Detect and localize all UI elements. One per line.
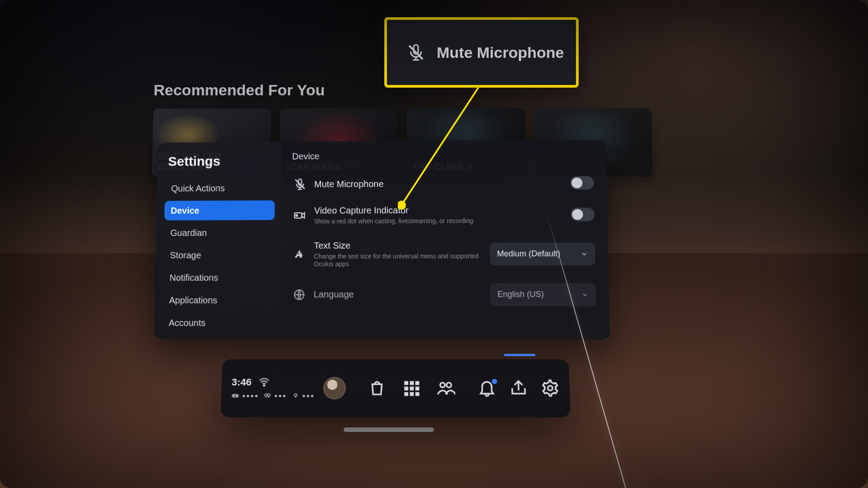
settings-title: Settings <box>168 153 273 169</box>
select-language[interactable]: English (US) <box>490 283 596 306</box>
svg-point-8 <box>236 395 237 396</box>
svg-point-1 <box>296 215 297 216</box>
sidebar-item-label: Applications <box>169 295 217 305</box>
svg-rect-15 <box>404 387 408 391</box>
svg-rect-17 <box>415 387 420 391</box>
globe-icon <box>293 288 306 301</box>
sidebar-item-storage[interactable]: Storage <box>164 245 274 265</box>
profile-avatar[interactable] <box>323 377 346 399</box>
controller-icon <box>263 392 271 400</box>
select-text-size[interactable]: Medium (Default) <box>490 242 595 265</box>
row-desc: Show a red dot when casting, livestreami… <box>314 217 481 225</box>
svg-point-21 <box>440 383 445 387</box>
sidebar-item-label: Guardian <box>170 228 207 238</box>
text-size-icon <box>293 248 306 261</box>
notification-badge <box>492 379 497 384</box>
wifi-icon <box>259 377 270 388</box>
sidebar-item-label: Device <box>170 205 199 216</box>
row-mute-microphone: Mute Microphone <box>292 169 596 199</box>
row-label: Mute Microphone <box>314 178 481 189</box>
sidebar-item-label: Storage <box>170 250 201 260</box>
svg-rect-13 <box>410 381 414 385</box>
battery-dots: ●●● <box>302 393 315 399</box>
camera-icon <box>293 209 306 222</box>
battery-dots: ●●● <box>274 393 287 399</box>
people-button[interactable] <box>436 379 455 398</box>
headset-icon <box>231 392 240 400</box>
sidebar-item-applications[interactable]: Applications <box>163 290 274 310</box>
svg-point-23 <box>548 386 553 390</box>
taskbar-drag-handle[interactable] <box>344 427 434 432</box>
store-button[interactable] <box>368 379 387 398</box>
svg-point-11 <box>294 394 297 396</box>
sidebar-item-label: Quick Actions <box>171 183 225 193</box>
row-language: Language English (US) <box>291 276 599 313</box>
sidebar-item-device[interactable]: Device <box>165 200 275 220</box>
row-label: Text Size <box>314 240 481 251</box>
chevron-down-icon <box>580 250 588 258</box>
svg-rect-20 <box>415 392 420 396</box>
row-label: Language <box>314 289 482 300</box>
svg-rect-12 <box>404 381 408 385</box>
callout-label: Mute Microphone <box>437 44 564 61</box>
settings-sidebar: Settings Quick Actions Device Guardian S… <box>154 142 282 339</box>
taskbar-time: 3:46 <box>231 376 252 388</box>
svg-rect-18 <box>405 392 409 396</box>
svg-rect-14 <box>415 381 420 385</box>
svg-rect-19 <box>410 392 414 396</box>
controller-icon <box>291 392 299 400</box>
callout-mute-microphone: Mute Microphone <box>384 17 579 88</box>
select-value: English (US) <box>497 290 544 299</box>
row-desc: Change the text size for the universal m… <box>314 252 481 268</box>
share-button[interactable] <box>509 379 528 398</box>
toggle-video-capture-indicator[interactable] <box>571 208 594 221</box>
store-section-title: Recommended For You <box>153 81 325 99</box>
content-header: Device <box>292 150 595 162</box>
sidebar-item-accounts[interactable]: Accounts <box>162 313 274 333</box>
settings-window: Settings Quick Actions Device Guardian S… <box>154 140 610 340</box>
universal-taskbar: 3:46 ●●●● ●●● ●●● <box>221 359 571 418</box>
svg-point-7 <box>233 395 235 396</box>
settings-button[interactable] <box>540 379 560 398</box>
battery-dots: ●●●● <box>242 393 259 399</box>
mic-off-icon <box>407 43 425 61</box>
svg-point-5 <box>264 385 265 386</box>
taskbar-battery-row: ●●●● ●●● ●●● <box>231 392 315 400</box>
svg-point-9 <box>265 394 268 396</box>
row-label: Video Capture Indicator <box>314 205 481 216</box>
taskbar-active-indicator <box>504 354 536 356</box>
row-text-size: Text Size Change the text size for the u… <box>291 232 597 276</box>
sidebar-item-quick-actions[interactable]: Quick Actions <box>165 178 275 198</box>
mic-off-icon <box>294 178 307 191</box>
sidebar-item-guardian[interactable]: Guardian <box>164 223 275 243</box>
chevron-down-icon <box>581 291 589 298</box>
apps-button[interactable] <box>402 379 421 398</box>
select-value: Medium (Default) <box>497 249 560 258</box>
sidebar-item-label: Accounts <box>169 318 206 328</box>
notifications-button[interactable] <box>477 379 497 398</box>
svg-point-10 <box>268 394 270 396</box>
sidebar-item-notifications[interactable]: Notifications <box>163 267 274 287</box>
svg-point-22 <box>447 383 452 387</box>
svg-rect-16 <box>410 387 414 391</box>
toggle-mute-microphone[interactable] <box>570 176 594 190</box>
sidebar-item-label: Notifications <box>170 272 218 283</box>
settings-content: Device Mute Microphone Video Capture Ind… <box>280 140 610 340</box>
